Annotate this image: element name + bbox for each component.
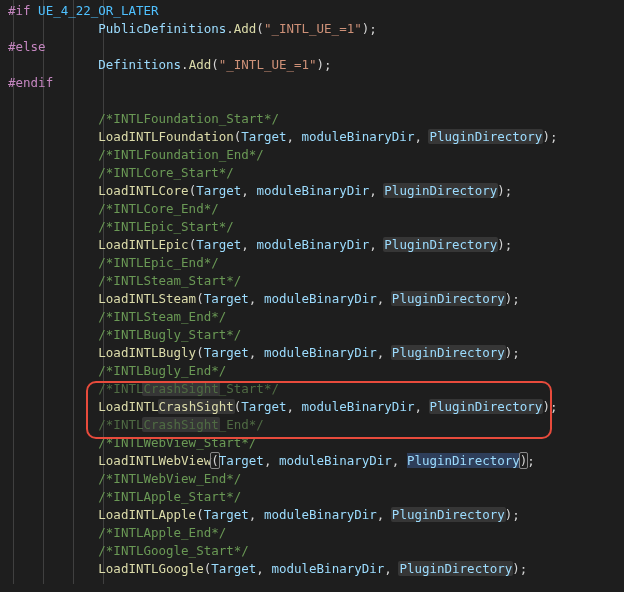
ident: Target — [241, 129, 286, 144]
code-line[interactable]: PublicDefinitions.Add("_INTL_UE_=1"); — [0, 20, 624, 38]
fn: LoadINTLCore — [98, 183, 188, 198]
bracket-match: ) — [519, 452, 529, 469]
ident-plugin-directory: PluginDirectory — [391, 507, 506, 522]
code-line[interactable]: /*INTLEpic_Start*/ — [0, 218, 624, 236]
code-line[interactable] — [0, 92, 624, 110]
code-line[interactable]: LoadINTLGoogle(Target, moduleBinaryDir, … — [0, 560, 624, 578]
fn-highlight: CrashSight — [158, 399, 235, 414]
code-line[interactable]: /*INTLCore_Start*/ — [0, 164, 624, 182]
code-line[interactable]: /*INTLWebView_End*/ — [0, 470, 624, 488]
code-line[interactable]: /*INTLCrashSight_Start*/ — [0, 380, 624, 398]
ident: moduleBinaryDir — [264, 345, 377, 360]
fn: LoadINTLApple — [98, 507, 196, 522]
fn: LoadINTLBugly — [98, 345, 196, 360]
comment: /*INTL — [98, 381, 143, 396]
fn: Add — [189, 57, 212, 72]
code-line[interactable]: Definitions.Add("_INTL_UE_=1"); — [0, 56, 624, 74]
ident: moduleBinaryDir — [302, 399, 415, 414]
code-line[interactable]: /*INTLCrashSight_End*/ — [0, 416, 624, 434]
ident: PublicDefinitions — [98, 21, 226, 36]
pp-cond: UE_4_22_OR_LATER — [38, 3, 158, 18]
code-line[interactable]: LoadINTLFoundation(Target, moduleBinaryD… — [0, 128, 624, 146]
ident: moduleBinaryDir — [264, 507, 377, 522]
ident: moduleBinaryDir — [271, 561, 384, 576]
ident: moduleBinaryDir — [256, 183, 369, 198]
comment: /*INTLSteam_End*/ — [98, 309, 226, 324]
comment: /*INTLEpic_Start*/ — [98, 219, 233, 234]
ident: Definitions — [98, 57, 181, 72]
code-line[interactable]: /*INTLFoundation_Start*/ — [0, 110, 624, 128]
ident-plugin-directory: PluginDirectory — [391, 291, 506, 306]
code-line[interactable]: /*INTLSteam_End*/ — [0, 308, 624, 326]
ident-plugin-directory-selected: PluginDirectory — [407, 453, 520, 468]
comment: /*INTLCore_End*/ — [98, 201, 218, 216]
pp-endif: #endif — [8, 75, 53, 90]
string: "_INTL_UE_=1" — [264, 21, 362, 36]
comment-highlight: CrashSight — [142, 417, 219, 432]
code-line[interactable]: LoadINTLBugly(Target, moduleBinaryDir, P… — [0, 344, 624, 362]
code-line[interactable]: LoadINTLApple(Target, moduleBinaryDir, P… — [0, 506, 624, 524]
ident: moduleBinaryDir — [302, 129, 415, 144]
ident-plugin-directory: PluginDirectory — [428, 129, 543, 144]
code-line[interactable]: /*INTLFoundation_End*/ — [0, 146, 624, 164]
comment: /*INTL — [98, 417, 143, 432]
code-line[interactable]: /*INTLApple_End*/ — [0, 524, 624, 542]
fn: LoadINTLFoundation — [98, 129, 233, 144]
ident-plugin-directory: PluginDirectory — [429, 399, 544, 414]
code-line[interactable]: LoadINTLSteam(Target, moduleBinaryDir, P… — [0, 290, 624, 308]
comment: /*INTLEpic_End*/ — [98, 255, 218, 270]
ident-plugin-directory: PluginDirectory — [383, 183, 498, 198]
fn: LoadINTLEpic — [98, 237, 188, 252]
comment: /*INTLWebView_End*/ — [98, 471, 241, 486]
pp-else: #else — [8, 39, 46, 54]
comment: /*INTLFoundation_Start*/ — [98, 111, 279, 126]
code-line[interactable]: #if UE_4_22_OR_LATER — [0, 2, 624, 20]
ident-plugin-directory: PluginDirectory — [383, 237, 498, 252]
ident-plugin-directory: PluginDirectory — [398, 561, 513, 576]
code-line[interactable]: LoadINTLWebView(Target, moduleBinaryDir,… — [0, 452, 624, 470]
code-line[interactable]: /*INTLWebView_Start*/ — [0, 434, 624, 452]
ident: Target — [196, 183, 241, 198]
punct: ); — [317, 57, 332, 72]
ident-plugin-directory: PluginDirectory — [391, 345, 506, 360]
comment-highlight: CrashSight — [142, 381, 219, 396]
code-line[interactable]: /*INTLApple_Start*/ — [0, 488, 624, 506]
code-line[interactable]: LoadINTLEpic(Target, moduleBinaryDir, Pl… — [0, 236, 624, 254]
code-line[interactable]: LoadINTLCrashSight(Target, moduleBinaryD… — [0, 398, 624, 416]
code-line[interactable]: #endif — [0, 74, 624, 92]
code-line[interactable]: LoadINTLCore(Target, moduleBinaryDir, Pl… — [0, 182, 624, 200]
punct: ); — [362, 21, 377, 36]
ident: Target — [219, 453, 264, 468]
comment: /*INTLWebView_Start*/ — [98, 435, 256, 450]
code-line[interactable]: /*INTLBugly_End*/ — [0, 362, 624, 380]
comment: /*INTLApple_End*/ — [98, 525, 226, 540]
ident: moduleBinaryDir — [256, 237, 369, 252]
string: "_INTL_UE_=1" — [219, 57, 317, 72]
code-line[interactable]: #else — [0, 38, 624, 56]
ident: Target — [204, 345, 249, 360]
comment: /*INTLFoundation_End*/ — [98, 147, 264, 162]
comment: /*INTLApple_Start*/ — [98, 489, 241, 504]
comment: /*INTLSteam_Start*/ — [98, 273, 241, 288]
code-editor[interactable]: #if UE_4_22_OR_LATER PublicDefinitions.A… — [0, 0, 624, 584]
code-line[interactable]: /*INTLCore_End*/ — [0, 200, 624, 218]
ident: moduleBinaryDir — [264, 291, 377, 306]
ident: Target — [211, 561, 256, 576]
ident: Target — [204, 507, 249, 522]
fn: LoadINTLGoogle — [98, 561, 203, 576]
fn: LoadINTLSteam — [98, 291, 196, 306]
comment: _End*/ — [219, 417, 264, 432]
fn: LoadINTLWebView — [98, 453, 211, 468]
fn: LoadINTL — [98, 399, 158, 414]
comment: _Start*/ — [219, 381, 279, 396]
comment: /*INTLGoogle_Start*/ — [98, 543, 249, 558]
code-line[interactable]: /*INTLEpic_End*/ — [0, 254, 624, 272]
code-line[interactable]: /*INTLSteam_Start*/ — [0, 272, 624, 290]
ident: Target — [196, 237, 241, 252]
comment: /*INTLBugly_End*/ — [98, 363, 226, 378]
comment: /*INTLBugly_Start*/ — [98, 327, 241, 342]
code-line[interactable]: /*INTLBugly_Start*/ — [0, 326, 624, 344]
code-line[interactable]: /*INTLGoogle_Start*/ — [0, 542, 624, 560]
comment: /*INTLCore_Start*/ — [98, 165, 233, 180]
ident: Target — [241, 399, 286, 414]
